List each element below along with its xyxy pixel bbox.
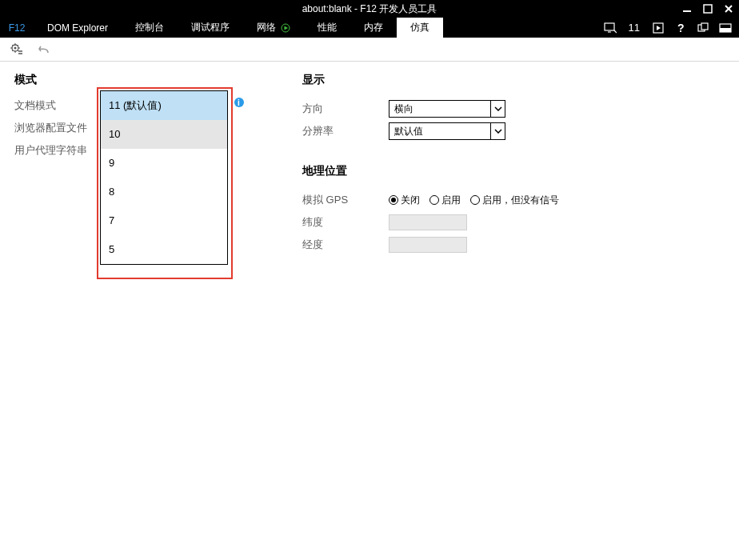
window-titlebar: about:blank - F12 开发人员工具: [0, 0, 739, 18]
dropdown-item[interactable]: 10: [101, 120, 227, 149]
orientation-label: 方向: [302, 102, 389, 116]
gps-radio-group: 关闭 启用 启用，但没有信号: [389, 194, 559, 207]
tab-debugger[interactable]: 调试程序: [178, 18, 243, 38]
tab-network[interactable]: 网络: [243, 18, 304, 38]
orientation-select[interactable]: 横向: [389, 100, 505, 118]
dropdown-item[interactable]: 7: [101, 206, 227, 235]
dock-icon[interactable]: [715, 18, 736, 38]
doc-mode-indicator: 11: [622, 22, 646, 34]
svg-point-11: [14, 46, 17, 49]
geolocation-section: 地理位置 模拟 GPS 关闭 启用 启用，但没有信号: [302, 164, 638, 255]
settings-icon[interactable]: [8, 41, 26, 58]
dropdown-item[interactable]: 8: [101, 178, 227, 206]
longitude-input[interactable]: [389, 237, 467, 253]
display-section: 显示 方向 横向 分辨率 默认值 地理位置 模拟 GPS: [302, 73, 638, 257]
latitude-label: 纬度: [302, 215, 389, 230]
doc-mode-dropdown-wrap: 11 (默认值) 10 9 8 7 5 i: [100, 90, 228, 265]
target-icon[interactable]: [648, 18, 669, 38]
gps-on-radio[interactable]: 启用: [429, 194, 461, 207]
info-icon[interactable]: i: [234, 97, 245, 108]
gps-label: 模拟 GPS: [302, 193, 389, 207]
svg-text:?: ?: [677, 22, 685, 34]
tab-console[interactable]: 控制台: [122, 18, 178, 38]
svg-rect-0: [683, 10, 691, 12]
chevron-down-icon: [490, 101, 505, 117]
radio-icon: [470, 195, 480, 205]
svg-rect-3: [605, 23, 614, 30]
dropdown-item[interactable]: 11 (默认值): [101, 91, 227, 120]
mode-title: 模式: [14, 73, 302, 87]
resolution-select[interactable]: 默认值: [389, 122, 505, 140]
tab-dom-explorer[interactable]: DOM Explorer: [34, 18, 122, 38]
resolution-label: 分辨率: [302, 124, 389, 138]
gps-on-nosignal-radio[interactable]: 启用，但没有信号: [470, 194, 559, 207]
svg-rect-1: [704, 5, 712, 13]
maximize-button[interactable]: [697, 0, 718, 18]
latitude-input[interactable]: [389, 214, 467, 230]
dropdown-item[interactable]: 9: [101, 149, 227, 178]
window-title: about:blank - F12 开发人员工具: [302, 2, 437, 16]
chevron-down-icon: [490, 123, 505, 139]
tabbar-right: 11 ?: [600, 18, 739, 38]
mode-section: 模式 文档模式 浏览器配置文件 用户代理字符串 11 (默认值) 10 9 8 …: [14, 73, 302, 257]
gps-off-radio[interactable]: 关闭: [389, 194, 420, 207]
minimize-button[interactable]: [677, 0, 697, 18]
svg-rect-9: [720, 28, 731, 32]
undo-icon[interactable]: [35, 41, 53, 58]
tab-performance[interactable]: 性能: [304, 18, 350, 38]
doc-mode-dropdown[interactable]: 11 (默认值) 10 9 8 7 5: [100, 90, 228, 265]
emulation-toolbar: [0, 38, 739, 62]
radio-icon: [389, 195, 398, 205]
radio-icon: [429, 195, 439, 205]
tab-emulation[interactable]: 仿真: [397, 18, 443, 38]
main-tabbar: F12 DOM Explorer 控制台 调试程序 网络 性能 内存 仿真 11…: [0, 18, 739, 38]
undock-icon[interactable]: [693, 18, 713, 38]
svg-rect-7: [701, 23, 708, 30]
play-icon: [281, 23, 290, 33]
longitude-label: 经度: [302, 238, 389, 252]
window-controls: [677, 0, 739, 18]
emulation-content: 模式 文档模式 浏览器配置文件 用户代理字符串 11 (默认值) 10 9 8 …: [0, 62, 739, 268]
close-button[interactable]: [718, 0, 739, 18]
tab-memory[interactable]: 内存: [350, 18, 397, 38]
display-title: 显示: [302, 73, 638, 87]
screen-icon[interactable]: [600, 18, 621, 38]
f12-label: F12: [0, 18, 34, 38]
help-button[interactable]: ?: [670, 18, 691, 38]
svg-text:i: i: [238, 98, 240, 107]
dropdown-item[interactable]: 5: [101, 235, 227, 264]
geo-title: 地理位置: [302, 164, 638, 178]
